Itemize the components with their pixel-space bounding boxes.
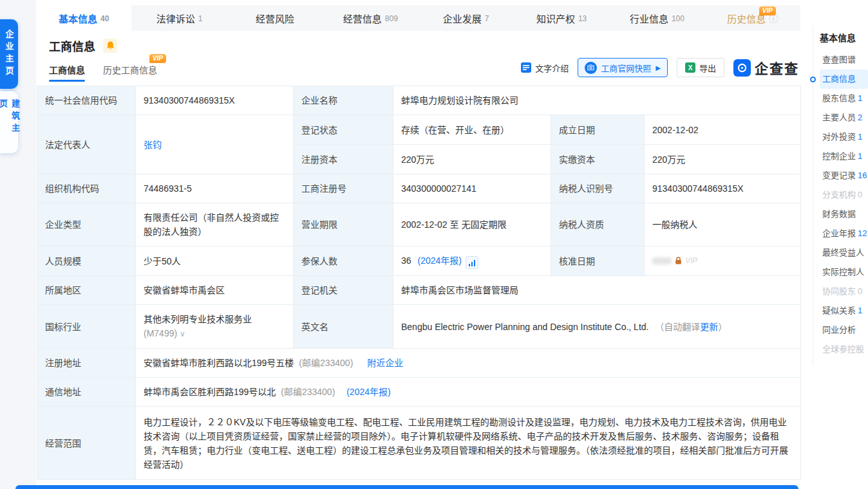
vip-badge: VIP [759,6,776,15]
sidebar-item-suspected-relations[interactable]: 疑似关系1 [820,301,868,320]
table-row: 国标行业 其他未列明专业技术服务业 (M7499) ∨ 英文名 Bengbu E… [37,305,801,349]
reg-status-label: 登记状态 [294,115,393,145]
sidebar-item-co-shareholders[interactable]: 协同股东0 [820,282,868,301]
table-row: 组织机构代码 74486931-5 工商注册号 340300000027141 … [37,174,801,203]
top-tabbar: 基本信息40 法律诉讼1 经营风险 经营信息809 企业发展7 知识产权13 行… [36,5,800,31]
approval-date-value: VIP [645,246,801,276]
business-scope-label: 经营范围 [37,407,136,480]
table-row: 通信地址 蚌埠市禹会区胜利西路199号以北 (邮编233400) (2024年报… [37,378,801,407]
sidebar-item-annual-reports[interactable]: 企业年报12 [820,224,868,243]
play-arrow-icon: ▶ [656,64,661,71]
right-sidebar: 基本信息 查查图谱 工商信息 股东信息1 主要人员2 对外投资1 控制企业1 变… [813,26,868,365]
sidebar-item-financial-data[interactable]: 财务数据 [820,205,868,224]
main-panel: 基本信息40 法律诉讼1 经营风险 经营信息809 企业发展7 知识产权13 行… [36,0,800,489]
nearby-companies-link[interactable]: 附近企业 [367,358,403,368]
translate-update-link[interactable]: 更新 [700,322,718,332]
taxpayer-id-value: 91340300744869315X [645,174,801,203]
reg-status-value: 存续（在营、开业、在册） [393,115,551,145]
taxpayer-quality-value: 一般纳税人 [645,203,801,246]
table-row: 所属地区 安徽省蚌埠市禹会区 登记机关 蚌埠市禹会区市场监督管理局 [37,276,801,305]
reg-capital-label: 注册资本 [294,145,393,174]
annual-report-link[interactable]: (2024年报) [417,255,461,266]
text-intro-button[interactable]: 文字介绍 [521,62,569,74]
tab-history-info[interactable]: VIP 历史信息 ⓘ [705,5,800,31]
sidebar-item-outbound-investment[interactable]: 对外投资1 [820,127,868,147]
sidebar-item-global-holdings[interactable]: 全球参控股 [820,340,868,359]
business-scope-value: 电力工程设计，２２０KV及以下电压等级输变电工程、配电工程、工业民用建筑工程的勘… [136,407,801,480]
text-lines-icon [521,62,531,73]
sidebar-item-shareholders[interactable]: 股东信息1 [820,89,868,108]
export-button[interactable]: X 导出 [677,58,724,77]
staff-size-value: 少于50人 [136,246,294,276]
sidebar-item-actual-controller[interactable]: 实际控制人 [820,263,868,282]
tab-operating-risk[interactable]: 经营风险 [227,5,323,31]
paid-capital-value: 220万元 [645,145,801,174]
sidebar-item-change-records[interactable]: 变更记录16 [820,166,868,185]
approval-date-label: 核准日期 [551,246,645,276]
table-row: 注册地址 安徽省蚌埠市胜利西路以北199号五楼 (邮编233400) 附近企业 [37,349,801,378]
tab-operating-info[interactable]: 经营信息809 [323,5,418,31]
english-name-label: 英文名 [294,305,393,349]
sidebar-item-graph[interactable]: 查查图谱 [820,50,868,69]
tab-intellectual-property[interactable]: 知识产权13 [514,5,609,31]
mail-address-value: 蚌埠市禹会区胜利西路199号以北 (邮编233400) (2024年报) [136,378,801,407]
reg-authority-label: 登记机关 [294,276,393,305]
enterprise-home-tab[interactable]: 企业主页 [0,19,18,89]
tab-industry-info[interactable]: 行业信息100 [609,5,704,31]
tab-legal-litigation[interactable]: 法律诉讼1 [131,5,227,31]
vip-locked-value[interactable]: VIP [652,254,697,268]
trend-chart-icon[interactable] [466,256,478,269]
org-code-label: 组织机构代码 [37,174,136,203]
sidebar-item-peer-analysis[interactable]: 同业分析 [820,320,868,340]
bell-icon[interactable] [103,39,117,53]
establish-date-label: 成立日期 [551,115,645,145]
establish-date-value: 2002-12-02 [645,115,801,145]
sidebar-item-controlled-companies[interactable]: 控制企业1 [820,147,868,166]
region-value: 安徽省蚌埠市禹会区 [136,276,294,305]
english-name-value: Bengbu Electric Power Planning and Desig… [393,305,801,349]
business-term-label: 营业期限 [294,203,393,246]
lock-icon [674,256,683,265]
sidebar-item-branches[interactable]: 分支机构0 [820,185,868,205]
reg-capital-value: 220万元 [393,145,551,174]
tab-enterprise-development[interactable]: 企业发展7 [419,5,514,31]
reg-number-value: 340300000027141 [393,174,551,203]
industry-label: 国标行业 [37,305,136,349]
camera-icon [585,62,597,74]
table-row: 经营范围 电力工程设计，２２０KV及以下电压等级输变电工程、配电工程、工业民用建… [37,407,801,480]
reg-authority-value: 蚌埠市禹会区市场监督管理局 [393,276,801,305]
vip-badge: VIP [149,54,166,63]
table-row: 法定代表人 张钧 登记状态 存续（在营、开业、在册） 成立日期 2002-12-… [37,115,801,145]
reg-address-label: 注册地址 [37,349,136,378]
chevron-down-icon[interactable]: ∨ [180,329,185,338]
toolbar: 文字介绍 工商官网快照 ▶ X 导出 企查查 [521,58,799,77]
business-info-table: 统一社会信用代码 91340300744869315X 企业名称 蚌埠电力规划设… [37,86,801,480]
annual-report-link[interactable]: (2024年报) [346,387,390,397]
qichacha-logo-icon [733,59,751,77]
sidebar-item-ultimate-beneficiary[interactable]: 最终受益人 [820,243,868,263]
company-type-label: 企业类型 [37,203,136,246]
region-label: 所属地区 [37,276,136,305]
table-row: 人员规模 少于50人 参保人数 36 (2024年报) 核准日期 VIP [37,246,801,276]
company-name-value: 蚌埠电力规划设计院有限公司 [393,86,801,115]
company-name-label: 企业名称 [294,86,393,115]
official-snapshot-button[interactable]: 工商官网快照 ▶ [578,58,668,77]
table-row: 企业类型 有限责任公司（非自然人投资或控股的法人独资） 营业期限 2002-12… [37,203,801,246]
excel-icon: X [685,62,695,73]
bottom-bar [15,485,798,489]
paid-capital-label: 实缴资本 [551,145,645,174]
industry-value: 其他未列明专业技术服务业 (M7499) ∨ [136,305,294,349]
business-term-value: 2002-12-02 至 无固定期限 [393,203,551,246]
sidebar-item-key-personnel[interactable]: 主要人员2 [820,108,868,127]
taxpayer-quality-label: 纳税人资质 [551,203,645,246]
subtab-business-info[interactable]: 工商信息 [49,63,85,82]
subtab-history-business-info[interactable]: VIP 历史工商信息 [103,63,157,82]
tab-basic-info[interactable]: 基本信息40 [36,5,131,31]
construction-home-tab[interactable]: 建筑主页 [0,91,18,153]
table-row: 统一社会信用代码 91340300744869315X 企业名称 蚌埠电力规划设… [37,86,801,115]
mail-address-label: 通信地址 [37,378,136,407]
legal-rep-link[interactable]: 张钧 [144,140,162,150]
sidebar-header: 基本信息 [820,28,868,48]
section-header: 工商信息 [49,37,117,54]
sidebar-item-business-info[interactable]: 工商信息 [820,69,868,89]
